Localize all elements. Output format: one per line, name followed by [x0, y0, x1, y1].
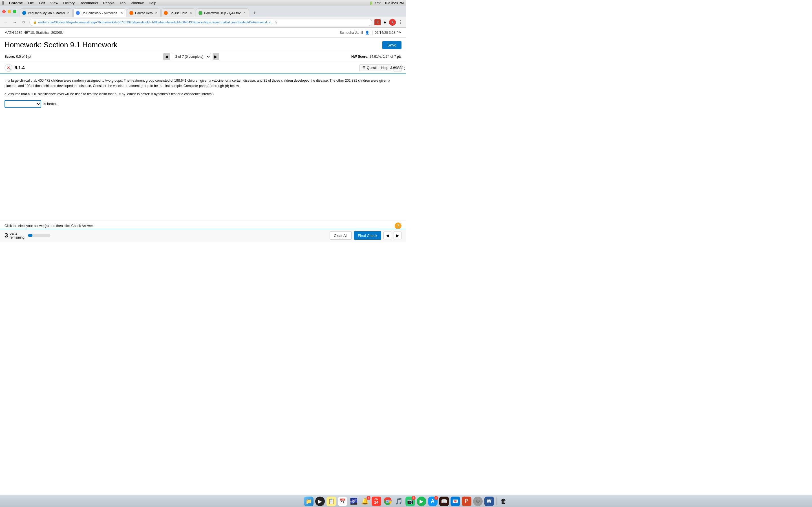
maximize-button[interactable]: [13, 10, 16, 13]
parts-label-line2: remaining: [10, 235, 24, 239]
window-controls: [2, 6, 16, 17]
final-check-button[interactable]: Final Check: [354, 231, 381, 240]
bottom-next-button[interactable]: ▶: [394, 231, 402, 239]
tab-favicon-coursehero2: [164, 11, 168, 15]
extension-icons: 6 ▶ S ⋮: [374, 19, 404, 25]
menu-bar-right: 🔋 77% Tue 3:28 PM: [369, 1, 404, 5]
parts-remaining: 3 parts remaining: [4, 231, 24, 239]
hw-score-display: HW Score: 24.91%, 1.74 of 7 pts: [351, 55, 402, 59]
tab-favicon-pearson: [22, 11, 26, 15]
next-question-button[interactable]: ▶: [213, 53, 219, 60]
question-number-area: ✕ ✓ 9.1.4: [4, 64, 25, 72]
tab-label-pearson: Pearson's MyLab & Mastering...: [28, 11, 64, 15]
close-button[interactable]: [2, 10, 6, 13]
part-a-text: a. Assume that a 0.10 significance level…: [4, 92, 402, 98]
lock-icon: 🔒: [33, 20, 37, 24]
menu-history[interactable]: History: [63, 1, 74, 5]
tab-homeworkhelp[interactable]: Homework Help - Q&A from C... ✕: [196, 8, 249, 17]
menu-bookmarks[interactable]: Bookmarks: [80, 1, 98, 5]
tab-close-coursehero2[interactable]: ✕: [189, 11, 193, 15]
progress-bar-area: [28, 234, 50, 237]
bottom-prev-button[interactable]: ◀: [384, 231, 391, 239]
course-bar: MATH 1635-NET10, Statistics, 2020SU Sume…: [0, 27, 406, 38]
tab-coursehero2[interactable]: Course Hero ✕: [161, 8, 195, 17]
homework-title: Homework: Section 9.1 Homework: [4, 41, 117, 49]
save-button[interactable]: Save: [382, 41, 402, 49]
hw-score-value: 24.91%, 1.74 of 7 pts: [370, 55, 402, 59]
forward-button[interactable]: →: [11, 19, 18, 25]
ext-icon-2[interactable]: ▶: [382, 19, 388, 25]
ext-icon-1[interactable]: 6: [374, 19, 380, 25]
address-bar-row: ← → ↻ 🔒 mathxl.com/Student/PlayerHomewor…: [0, 17, 406, 27]
tab-favicon-homework: [76, 11, 80, 15]
help-list-icon: ☰: [363, 66, 366, 70]
user-info: Sumeeha Jamil 👤 | 07/14/20 3:28 PM: [340, 31, 402, 35]
datetime-display: Tue 3:28 PM: [385, 1, 404, 5]
settings-button[interactable]: &#9881;: [394, 64, 402, 72]
user-icon: 👤: [365, 31, 369, 35]
menu-view[interactable]: View: [50, 1, 58, 5]
bottom-actions: Clear All Final Check ◀ ▶: [329, 231, 402, 240]
profile-icon[interactable]: S: [389, 19, 396, 25]
menu-tab[interactable]: Tab: [119, 1, 125, 5]
tab-favicon-homeworkhelp: [199, 11, 202, 15]
parts-label-line1: parts: [10, 231, 24, 235]
question-header: ✕ ✓ 9.1.4 ☰ Question Help &#9881;: [0, 62, 406, 74]
tab-close-pearson[interactable]: ✕: [66, 11, 70, 15]
course-title: MATH 1635-NET10, Statistics, 2020SU: [4, 31, 63, 35]
apple-menu[interactable]: : [2, 1, 4, 6]
tab-label-coursehero2: Course Hero: [169, 11, 187, 15]
menu-people[interactable]: People: [103, 1, 114, 5]
tab-bar: Pearson's MyLab & Mastering... ✕ Do Home…: [20, 6, 406, 17]
hw-score-label: HW Score:: [351, 55, 368, 59]
question-help-label: Question Help: [367, 66, 388, 70]
question-number: 9.1.4: [15, 65, 25, 70]
answer-area: A hypothesis test A confidence interval …: [4, 100, 402, 108]
score-value: 0.5 of 1 pt: [16, 55, 31, 59]
bottom-action-bar: 3 parts remaining Clear All Final Check …: [0, 229, 406, 242]
tab-close-homeworkhelp[interactable]: ✕: [243, 11, 246, 15]
question-status-icon: ✕ ✓: [4, 64, 12, 72]
menu-edit[interactable]: Edit: [39, 1, 45, 5]
parts-count: 3: [4, 232, 8, 238]
tab-close-coursehero1[interactable]: ✕: [154, 11, 158, 15]
prev-question-button[interactable]: ◀: [163, 53, 170, 60]
progress-bar-bg: [28, 234, 50, 237]
score-display: Score: 0.5 of 1 pt: [4, 55, 31, 59]
menu-window[interactable]: Window: [131, 1, 144, 5]
chrome-menu-icon[interactable]: ⋮: [397, 19, 404, 25]
bookmark-icon[interactable]: ☆: [274, 20, 278, 24]
battery-status: 🔋 77%: [369, 1, 381, 5]
question-main-text: In a large clinical trial, 400,472 child…: [4, 78, 402, 89]
question-body: In a large clinical trial, 400,472 child…: [0, 74, 406, 112]
menu-help[interactable]: Help: [149, 1, 156, 5]
progress-bar-fill: [28, 234, 33, 237]
menu-bar:  Chrome File Edit View History Bookmark…: [0, 0, 406, 6]
tab-favicon-coursehero1: [130, 11, 133, 15]
clear-all-button[interactable]: Clear All: [329, 231, 352, 240]
score-row: Score: 0.5 of 1 pt ◀ 2 of 7 (5 complete)…: [0, 51, 406, 62]
tab-pearson[interactable]: Pearson's MyLab & Mastering... ✕: [20, 8, 73, 17]
url-text: mathxl.com/Student/PlayerHomework.aspx?h…: [38, 20, 273, 24]
question-help-button[interactable]: ☰ Question Help: [359, 64, 391, 71]
back-button[interactable]: ←: [2, 19, 9, 25]
instruction-text: Click to select your answer(s) and then …: [4, 224, 94, 228]
new-tab-button[interactable]: +: [251, 9, 259, 17]
help-button[interactable]: ?: [395, 223, 402, 229]
answer-dropdown[interactable]: A hypothesis test A confidence interval: [4, 100, 41, 108]
user-name: Sumeeha Jamil: [340, 31, 363, 35]
tab-coursehero1[interactable]: Course Hero ✕: [127, 8, 161, 17]
date-display: 07/14/20 3:28 PM: [375, 31, 402, 35]
question-navigation: ◀ 2 of 7 (5 complete) ▶: [163, 53, 219, 60]
address-input[interactable]: 🔒 mathxl.com/Student/PlayerHomework.aspx…: [29, 18, 372, 26]
homework-header: Homework: Section 9.1 Homework Save: [0, 38, 406, 51]
refresh-button[interactable]: ↻: [20, 19, 27, 25]
tab-label-homework: Do Homework - Sumeeha Jam...: [82, 11, 118, 15]
separator: |: [371, 31, 372, 35]
minimize-button[interactable]: [8, 10, 11, 13]
tab-close-homework[interactable]: ✕: [120, 11, 124, 15]
tab-homework[interactable]: Do Homework - Sumeeha Jam... ✕: [73, 8, 126, 17]
question-select[interactable]: 2 of 7 (5 complete): [172, 53, 211, 60]
menu-chrome[interactable]: Chrome: [9, 1, 23, 5]
menu-file[interactable]: File: [28, 1, 34, 5]
